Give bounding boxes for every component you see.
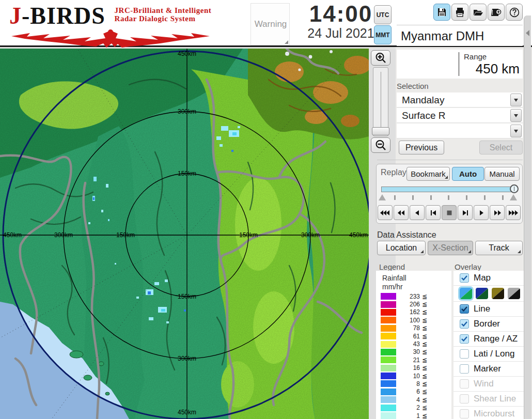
step-first-button[interactable]: [426, 205, 441, 220]
bookmark-label: Bookmark: [411, 169, 446, 178]
app-logo: J-BIRDS JRC-Brilliant & Intelligent Rada…: [9, 4, 216, 28]
station-title: Myanmar DMH: [397, 27, 523, 43]
fast-rewind-2-button[interactable]: [394, 205, 409, 220]
auto-label: Auto: [459, 169, 477, 178]
select-button[interactable]: Select: [479, 141, 523, 154]
eagle-logo-icon: [9, 28, 212, 48]
range-value: 450 km: [453, 61, 520, 77]
checkbox-microburst: [460, 409, 469, 418]
checkbox-border[interactable]: [460, 319, 469, 329]
slider-range-end-marker[interactable]: [510, 194, 517, 200]
manual-label: Manual: [489, 169, 514, 178]
checkbox-marker[interactable]: [460, 364, 469, 374]
step-last-icon: [462, 210, 469, 216]
menu-corner-icon: [518, 250, 521, 253]
replay-slider-track[interactable]: [381, 187, 517, 192]
legend-color: [381, 317, 396, 323]
map-style-swatch-4[interactable]: [508, 288, 520, 299]
step-last-button[interactable]: [458, 205, 473, 220]
dropdown-product[interactable]: Surface R: [397, 108, 523, 123]
legend-title-1: Rainfall: [376, 271, 451, 282]
ring-label-300-bottom: 300km: [178, 355, 196, 362]
legend-color: [381, 373, 396, 379]
overlay-item-range-az[interactable]: Range / AZ: [453, 331, 524, 346]
legend-color: [381, 412, 396, 419]
fast-rewind-3-button[interactable]: [378, 205, 393, 220]
previous-button[interactable]: Previous: [399, 141, 444, 154]
x-section-button[interactable]: X-Section: [428, 241, 473, 255]
checkbox-range-az[interactable]: [460, 334, 469, 344]
legend-entry: 1≦: [381, 412, 451, 419]
help-icon: [509, 7, 520, 18]
slider-ticks: [394, 195, 504, 200]
open-folder-button[interactable]: [470, 4, 487, 21]
select-label: Select: [490, 143, 512, 152]
menu-corner-icon: [420, 250, 424, 253]
map-style-swatch-1[interactable]: [460, 288, 472, 299]
dropdown-extra-button[interactable]: [510, 125, 522, 137]
legend-entry: 61≦: [381, 332, 451, 340]
overlay-item-border[interactable]: Border: [453, 316, 524, 331]
checkbox-map[interactable]: [460, 273, 469, 283]
print-button[interactable]: [451, 4, 468, 21]
auto-button[interactable]: Auto: [452, 167, 484, 181]
overlay-item-line[interactable]: Line: [453, 301, 524, 316]
add-image-icon: [491, 7, 502, 17]
legend-entry: 100≦: [381, 316, 451, 324]
map-style-swatch-3[interactable]: [492, 288, 504, 299]
bookmark-button[interactable]: Bookmark: [406, 167, 450, 181]
panel-collapse-tab[interactable]: [524, 15, 531, 419]
play-button[interactable]: [474, 205, 489, 220]
overlay-item-lati-long[interactable]: Lati / Long: [453, 346, 524, 361]
replay-group: Replay Bookmark Auto Manual: [376, 164, 523, 224]
add-image-button[interactable]: [488, 4, 505, 21]
manual-button[interactable]: Manual: [484, 167, 520, 181]
mmt-button[interactable]: MMT: [374, 25, 392, 44]
slider-range-start-marker[interactable]: [379, 194, 386, 200]
map-zoom-slider-track[interactable]: [373, 67, 388, 136]
replay-slider-handle[interactable]: [510, 184, 519, 193]
dropdown-site[interactable]: Mandalay: [397, 92, 523, 107]
step-first-icon: [430, 210, 437, 216]
location-label: Location: [386, 243, 417, 253]
fast-forward-3-button[interactable]: [506, 205, 521, 220]
checkbox-lati-long[interactable]: [460, 349, 469, 359]
track-button[interactable]: Track: [475, 241, 523, 255]
fast-rewind-3-icon: [380, 210, 390, 216]
check-icon: [461, 336, 467, 342]
dropdown-extra[interactable]: [397, 123, 523, 138]
chevron-down-icon: [514, 99, 518, 102]
map-zoom-slider-handle[interactable]: [372, 127, 389, 135]
dropdown-site-button[interactable]: [510, 94, 522, 106]
resize-grip-icon[interactable]: [285, 40, 288, 44]
ring-label-300-right: 300km: [301, 231, 320, 239]
warning-panel[interactable]: Warning: [251, 3, 290, 45]
station-title-box: Myanmar DMH: [397, 27, 523, 46]
overlay-item-map[interactable]: Map: [453, 271, 524, 285]
help-button[interactable]: [506, 4, 523, 21]
utc-button[interactable]: UTC: [374, 5, 392, 24]
ring-label-150-right: 150km: [239, 231, 258, 239]
stop-button[interactable]: [442, 205, 457, 220]
checkbox-line[interactable]: [460, 304, 469, 314]
utc-label: UTC: [377, 11, 389, 19]
legend-color: [381, 309, 396, 316]
save-button[interactable]: [433, 4, 450, 21]
zoom-in-button[interactable]: [371, 50, 390, 66]
legend-label: Legend: [379, 262, 405, 271]
fast-forward-2-button[interactable]: [490, 205, 505, 220]
dropdown-product-button[interactable]: [510, 109, 522, 122]
data-assistance-label: Data Assistance: [377, 230, 436, 240]
radar-map[interactable]: 450km 300km 150km 150km 300km 450km 450k…: [0, 49, 369, 419]
ring-label-150-bottom: 150km: [178, 293, 196, 300]
checkbox-shear-line: [460, 394, 469, 404]
legend-color: [381, 356, 396, 363]
legend-entry: 8≦: [381, 380, 451, 387]
map-style-swatch-2[interactable]: [476, 288, 488, 299]
legend-color: [381, 325, 396, 332]
overlay-item-microburst: Microburst: [453, 406, 524, 419]
location-button[interactable]: Location: [377, 241, 426, 255]
rewind-button[interactable]: [410, 205, 425, 220]
overlay-item-marker[interactable]: Marker: [453, 361, 524, 376]
zoom-out-button[interactable]: [371, 137, 390, 153]
